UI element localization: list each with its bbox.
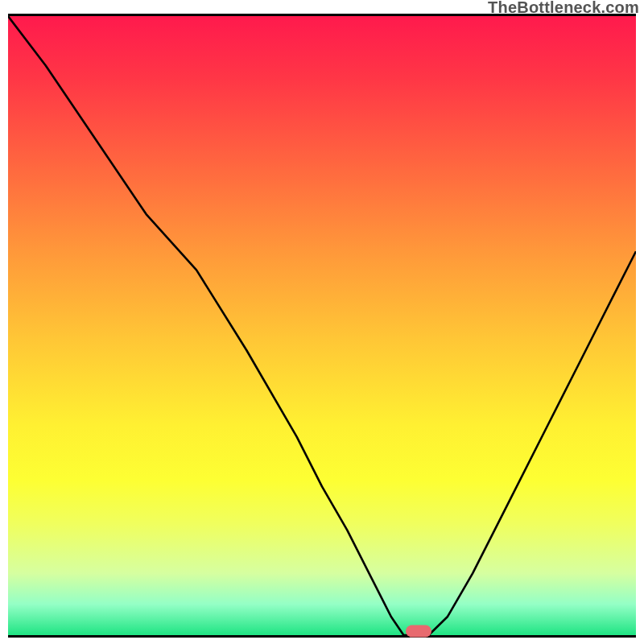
curve-layer: [8, 16, 636, 635]
plot-area: [8, 14, 636, 638]
optimal-marker: [406, 625, 431, 637]
bottleneck-chart: TheBottleneck.com: [0, 0, 644, 644]
bottleneck-curve: [8, 16, 636, 635]
